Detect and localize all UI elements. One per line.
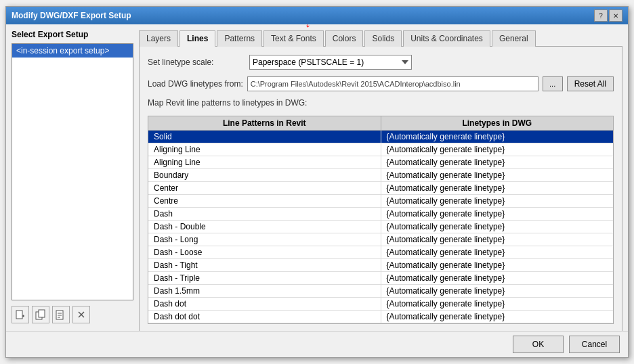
dialog: Modify DWG/DXF Export Setup ? ✕ Select E…	[5, 6, 629, 358]
cell-pattern: Dash - Long	[148, 233, 381, 246]
export-setup-label: Select Export Setup	[12, 30, 133, 39]
table-row[interactable]: Centre{Automatically generate linetype}	[148, 195, 613, 208]
table-row[interactable]: Dash - Loose{Automatically generate line…	[148, 246, 613, 259]
tab-text-fonts[interactable]: Text & Fonts	[263, 30, 324, 47]
cell-pattern: Boundary	[148, 169, 381, 181]
tab-general[interactable]: General	[492, 30, 536, 47]
col-linetypes-dwg: Linetypes in DWG	[381, 116, 614, 130]
tab-bar: Layers Lines Patterns Text & Fonts Color…	[139, 30, 622, 47]
cell-linetype: {Automatically generate linetype}	[381, 208, 614, 220]
cell-linetype: {Automatically generate linetype}	[381, 221, 614, 233]
dialog-footer: OK Cancel	[6, 331, 628, 357]
table-row[interactable]: Dash dot{Automatically generate linetype…	[148, 298, 613, 311]
rename-setup-button[interactable]	[52, 306, 70, 323]
ok-button[interactable]: OK	[513, 336, 564, 353]
cell-linetype: {Automatically generate linetype}	[381, 246, 614, 258]
cell-linetype: {Automatically generate linetype}	[381, 285, 614, 297]
table-row[interactable]: Dash - Tight{Automatically generate line…	[148, 259, 613, 272]
cell-linetype: {Automatically generate linetype}	[381, 311, 614, 323]
cell-pattern: Dash - Triple	[148, 272, 381, 284]
dialog-title: Modify DWG/DXF Export Setup	[12, 11, 131, 20]
table-row[interactable]: Dash - Long{Automatically generate linet…	[148, 233, 613, 246]
delete-setup-button[interactable]	[72, 306, 90, 323]
cell-pattern: Aligning Line	[148, 156, 381, 168]
browse-button[interactable]: ...	[543, 76, 563, 91]
left-panel: Select Export Setup <in-session export s…	[12, 30, 133, 325]
cell-pattern: Dash - Tight	[148, 259, 381, 271]
load-linetypes-row: Load DWG linetypes from: ... Reset All	[148, 76, 614, 91]
cell-linetype: {Automatically generate linetype}	[381, 272, 614, 284]
tab-units-coordinates[interactable]: Units & Coordinates	[403, 30, 490, 47]
cell-linetype: {Automatically generate linetype}	[381, 195, 614, 207]
tab-lines[interactable]: Lines	[179, 30, 215, 47]
table-row[interactable]: Dash - Double{Automatically generate lin…	[148, 221, 613, 233]
cell-pattern: Dash	[148, 208, 381, 220]
tab-layers[interactable]: Layers	[139, 30, 178, 47]
table-row[interactable]: Boundary{Automatically generate linetype…	[148, 169, 613, 182]
reset-all-button[interactable]: Reset All	[567, 76, 614, 91]
new-setup-button[interactable]	[12, 306, 29, 323]
cell-linetype: {Automatically generate linetype}	[381, 143, 614, 156]
col-line-patterns: Line Patterns in Revit	[148, 116, 381, 130]
cell-pattern: Dash dot	[148, 298, 381, 310]
tab-lines-content: Set linetype scale: Paperspace (PSLTSCAL…	[139, 47, 622, 331]
tabs-wrapper: ↓ Layers Lines Patterns Text & Fonts Col…	[139, 30, 622, 47]
svg-rect-4	[39, 310, 45, 317]
table-row[interactable]: Dash dot dot{Automatically generate line…	[148, 311, 613, 323]
cell-pattern: Centre	[148, 195, 381, 207]
cell-linetype: {Automatically generate linetype}	[381, 182, 614, 194]
linetype-scale-label: Set linetype scale:	[148, 58, 242, 67]
title-bar-buttons: ? ✕	[594, 9, 622, 22]
cell-linetype: {Automatically generate linetype}	[381, 169, 614, 181]
cell-pattern: Dash - Loose	[148, 246, 381, 258]
file-path-input[interactable]	[247, 76, 538, 91]
table-row[interactable]: Aligning Line{Automatically generate lin…	[148, 156, 613, 169]
right-panel: ↓ Layers Lines Patterns Text & Fonts Col…	[139, 30, 622, 325]
export-setup-list: <in-session export setup>	[12, 43, 133, 300]
svg-rect-0	[16, 311, 22, 319]
tab-patterns[interactable]: Patterns	[217, 30, 262, 47]
cell-pattern: Center	[148, 182, 381, 194]
cell-linetype: {Automatically generate linetype}	[381, 131, 614, 143]
linetypes-table: Line Patterns in Revit Linetypes in DWG …	[148, 116, 614, 324]
cell-linetype: {Automatically generate linetype}	[381, 156, 614, 168]
table-row[interactable]: Solid{Automatically generate linetype}	[148, 131, 613, 143]
export-item[interactable]: <in-session export setup>	[12, 44, 133, 58]
table-row[interactable]: Dash 1.5mm{Automatically generate linety…	[148, 285, 613, 298]
close-button[interactable]: ✕	[609, 9, 622, 22]
cell-pattern: Solid	[148, 131, 381, 143]
cell-linetype: {Automatically generate linetype}	[381, 233, 614, 246]
table-row[interactable]: Dash - Triple{Automatically generate lin…	[148, 272, 613, 285]
tab-colors[interactable]: Colors	[325, 30, 364, 47]
table-header: Line Patterns in Revit Linetypes in DWG	[148, 116, 613, 131]
cell-pattern: Aligning Line	[148, 143, 381, 156]
left-icon-bar	[12, 306, 133, 323]
linetype-scale-row: Set linetype scale: Paperspace (PSLTSCAL…	[148, 55, 614, 70]
table-row[interactable]: Center{Automatically generate linetype}	[148, 182, 613, 195]
table-row[interactable]: Dash{Automatically generate linetype}	[148, 208, 613, 221]
load-linetypes-label: Load DWG linetypes from:	[148, 79, 243, 89]
title-bar: Modify DWG/DXF Export Setup ? ✕	[6, 7, 628, 24]
cell-pattern: Dash dot dot	[148, 311, 381, 323]
table-row[interactable]: Aligning Line{Automatically generate lin…	[148, 143, 613, 156]
cell-pattern: Dash 1.5mm	[148, 285, 381, 297]
cancel-button[interactable]: Cancel	[569, 336, 620, 353]
red-arrow-indicator: ↓	[305, 24, 311, 30]
cell-linetype: {Automatically generate linetype}	[381, 259, 614, 271]
cell-pattern: Dash - Double	[148, 221, 381, 233]
map-label: Map Revit line patterns to linetypes in …	[148, 98, 614, 108]
dialog-body: Select Export Setup <in-session export s…	[6, 24, 628, 331]
cell-linetype: {Automatically generate linetype}	[381, 298, 614, 310]
tab-solids[interactable]: Solids	[364, 30, 402, 47]
linetype-scale-select[interactable]: Paperspace (PSLTSCALE = 1) Modelspace (P…	[249, 55, 412, 70]
copy-setup-button[interactable]	[32, 306, 49, 323]
help-button[interactable]: ?	[594, 9, 608, 22]
table-body[interactable]: Solid{Automatically generate linetype}Al…	[148, 131, 613, 323]
